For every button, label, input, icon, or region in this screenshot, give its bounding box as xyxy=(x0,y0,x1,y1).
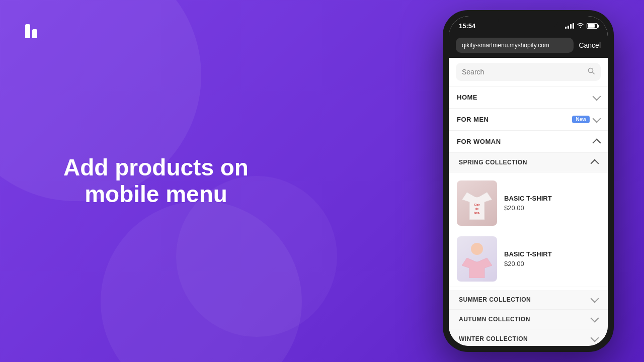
sub-menu-item-label-spring: SPRING COLLECTION xyxy=(459,159,592,166)
search-input[interactable] xyxy=(462,68,584,76)
svg-line-1 xyxy=(593,72,595,74)
cancel-button[interactable]: Cancel xyxy=(579,41,601,49)
svg-rect-5 xyxy=(471,243,483,255)
tshirt-svg-1: Clair de lune. xyxy=(462,185,492,222)
logo-bar-left xyxy=(25,24,30,38)
menu-item-right-for-men: New xyxy=(572,116,600,123)
menu-item-right-home xyxy=(594,96,600,100)
signal-icon xyxy=(565,23,574,29)
headline-text: Add products on mobile menu xyxy=(50,154,262,208)
logo-icon xyxy=(20,16,42,38)
menu-item-label-home: HOME xyxy=(457,94,594,101)
wifi-icon xyxy=(577,23,584,30)
phone-frame: 15:54 xyxy=(443,10,614,352)
status-icons xyxy=(565,23,598,30)
sub-menu-for-woman: SPRING COLLECTION xyxy=(449,153,608,346)
product-price-1: $20.00 xyxy=(504,204,600,212)
phone-mockup: 15:54 xyxy=(443,10,614,352)
menu-content: HOME FOR MEN New FOR WOMAN xyxy=(449,58,608,346)
product-price-2: $20.00 xyxy=(504,260,600,267)
status-time: 15:54 xyxy=(459,22,475,30)
menu-item-for-woman[interactable]: FOR WOMAN xyxy=(449,131,608,153)
product-name-1: BASIC T-SHIRT xyxy=(504,195,600,202)
chevron-up-icon-spring xyxy=(591,159,599,168)
products-list-spring: Clair de lune. BASIC T-SHIRT $20.00 xyxy=(449,172,608,290)
product-image-2 xyxy=(457,236,497,282)
menu-item-for-men[interactable]: FOR MEN New xyxy=(449,109,608,131)
menu-item-label-for-woman: FOR WOMAN xyxy=(457,138,594,145)
logo xyxy=(20,16,42,38)
chevron-down-icon-summer xyxy=(591,295,599,303)
product-name-2: BASIC T-SHIRT xyxy=(504,250,600,258)
sub-menu-item-autumn[interactable]: AUTUMN COLLECTION xyxy=(449,310,608,329)
url-bar[interactable]: qikify-smartmenu.myshopify.com xyxy=(456,38,574,53)
logo-bar-right xyxy=(32,29,37,38)
sub-menu-item-label-summer: SUMMER COLLECTION xyxy=(459,296,592,303)
product-info-1: BASIC T-SHIRT $20.00 xyxy=(504,195,600,212)
svg-text:lune.: lune. xyxy=(474,211,480,214)
sub-menu-item-label-winter: WINTER COLLECTION xyxy=(459,335,592,342)
phone-screen: 15:54 xyxy=(449,16,608,346)
sub-menu-item-spring[interactable]: SPRING COLLECTION xyxy=(449,153,608,172)
battery-icon xyxy=(587,23,598,29)
new-badge: New xyxy=(572,116,590,123)
tshirt-svg-2 xyxy=(462,240,492,278)
chevron-down-icon-autumn xyxy=(591,314,599,323)
menu-item-right-for-woman xyxy=(594,140,600,144)
sub-menu-item-summer[interactable]: SUMMER COLLECTION xyxy=(449,290,608,310)
chevron-down-icon-home xyxy=(593,92,601,101)
headline: Add products on mobile menu xyxy=(50,154,262,208)
svg-text:de: de xyxy=(475,207,478,210)
product-item-1[interactable]: Clair de lune. BASIC T-SHIRT $20.00 xyxy=(449,175,608,231)
phone-notch xyxy=(498,16,558,28)
search-icon xyxy=(588,67,595,76)
chevron-down-icon-for-men xyxy=(593,114,601,123)
product-item-2[interactable]: BASIC T-SHIRT $20.00 xyxy=(449,231,608,287)
search-bar xyxy=(449,58,608,86)
sub-menu-item-label-autumn: AUTUMN COLLECTION xyxy=(459,316,592,323)
svg-text:Clair: Clair xyxy=(474,203,479,206)
sub-menu-item-winter[interactable]: WINTER COLLECTION xyxy=(449,329,608,346)
chevron-up-icon-for-woman xyxy=(593,138,601,147)
product-info-2: BASIC T-SHIRT $20.00 xyxy=(504,250,600,267)
menu-item-home[interactable]: HOME xyxy=(449,86,608,109)
product-image-1: Clair de lune. xyxy=(457,180,497,226)
chevron-down-icon-winter xyxy=(591,334,599,342)
search-input-container[interactable] xyxy=(456,63,601,81)
menu-item-label-for-men: FOR MEN xyxy=(457,116,572,123)
url-bar-area: qikify-smartmenu.myshopify.com Cancel xyxy=(449,34,608,58)
